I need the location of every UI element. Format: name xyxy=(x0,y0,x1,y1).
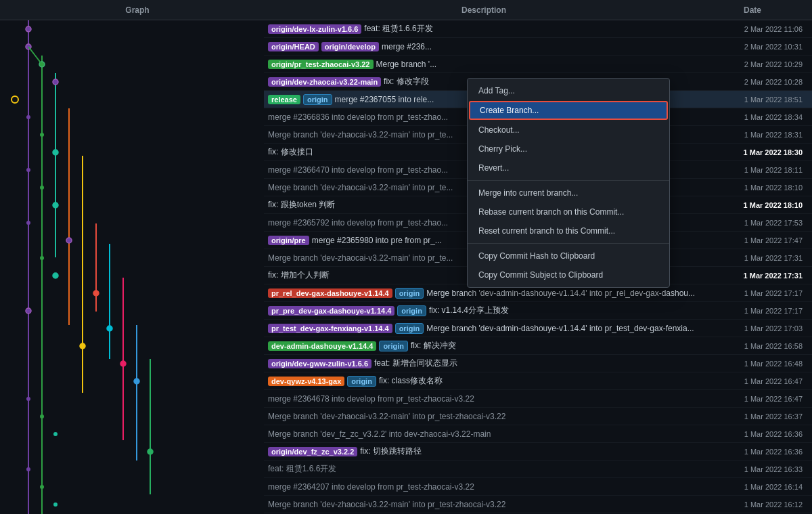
date-column-header: Date xyxy=(698,5,807,15)
description-column-header: Description xyxy=(269,5,698,15)
svg-point-28 xyxy=(80,343,85,349)
table-row[interactable]: origin/HEAD origin/develop merge #236...… xyxy=(264,38,812,56)
context-menu-item-cherry-pick[interactable]: Cherry Pick... xyxy=(468,140,669,158)
commit-description: dev-qywz-v4.13-gax origin fix: class修改名称 xyxy=(268,375,700,387)
branch-badge: pr_pre_dev-gax-dashouye-v1.14.4 xyxy=(268,306,394,316)
commit-date: 1 Mar 2022 17:31 xyxy=(700,254,808,262)
graph-svg xyxy=(0,20,264,514)
commit-description: origin/HEAD origin/develop merge #236... xyxy=(268,42,700,51)
commit-date: 1 Mar 2022 17:47 xyxy=(700,236,808,244)
table-row[interactable]: origin/pr_test-zhaocai-v3.22 Merge branc… xyxy=(264,56,812,73)
commit-date: 1 Mar 2022 18:11 xyxy=(700,166,808,174)
commit-description: merge #2364207 into develop from pr_test… xyxy=(268,482,700,492)
commit-date: 1 Mar 2022 17:17 xyxy=(700,307,808,315)
svg-point-13 xyxy=(53,79,58,85)
commit-description: pr_test_dev-gax-fenxiang-v1.14.4 origin … xyxy=(268,323,700,334)
context-menu-item-create-branch[interactable]: Create Branch... xyxy=(469,101,668,120)
context-menu-item-add-tag[interactable]: Add Tag... xyxy=(468,81,669,100)
table-row[interactable]: pr_pre_dev-gax-dashouye-v1.14.4 origin f… xyxy=(264,302,812,320)
table-row[interactable]: Merge branch 'dev_fz_zc_v3.2.2' into dev… xyxy=(264,425,812,443)
svg-point-19 xyxy=(40,186,44,190)
commit-date: 2 Mar 2022 10:31 xyxy=(700,43,808,51)
graph-column-header: Graph xyxy=(5,5,269,15)
commit-description: Merge branch 'dev_fz_zc_v3.2.2' into dev… xyxy=(268,429,700,439)
svg-point-16 xyxy=(40,133,44,137)
context-menu: Add Tag... Create Branch... Checkout... … xyxy=(467,78,670,288)
commit-date: 1 Mar 2022 18:10 xyxy=(700,184,808,192)
svg-point-32 xyxy=(40,414,44,419)
commit-date: 1 Mar 2022 16:12 xyxy=(700,500,808,509)
table-row[interactable]: Merge branch 'dev-zhaocai-v3.22-main' in… xyxy=(264,496,812,513)
commit-date: 1 Mar 2022 17:17 xyxy=(700,289,808,297)
table-row[interactable]: Merge branch 'dev-zhaocai-v3.22-main' in… xyxy=(264,408,812,425)
commit-description: origin/dev-gww-zulin-v1.6.6 feat: 新增合同状态… xyxy=(268,358,700,369)
context-menu-item-copy-hash[interactable]: Copy Commit Hash to Clipboard xyxy=(468,247,669,265)
context-menu-item-checkout[interactable]: Checkout... xyxy=(468,121,669,140)
context-menu-item-merge-into[interactable]: Merge into current branch... xyxy=(468,184,669,202)
branch-badge: dev-qywz-v4.13-gax xyxy=(268,377,344,386)
table-row[interactable]: origin/dev-lx-zulin-v1.6.6 feat: 租赁1.6.6… xyxy=(264,20,812,38)
commit-date: 1 Mar 2022 17:31 xyxy=(700,272,808,280)
context-menu-item-revert[interactable]: Revert... xyxy=(468,158,669,177)
context-menu-item-reset[interactable]: Reset current branch to this Commit... xyxy=(468,221,669,240)
table-header: Graph Description Date xyxy=(0,0,812,20)
svg-point-17 xyxy=(53,150,58,155)
branch-badge: origin/dev-gww-zulin-v1.6.6 xyxy=(268,359,371,368)
commit-date: 1 Mar 2022 16:36 xyxy=(700,430,808,438)
commit-date: 2 Mar 2022 10:29 xyxy=(700,60,808,68)
branch-badge-origin: origin xyxy=(303,94,332,105)
table-row[interactable]: origin/dev-gww-zulin-v1.6.6 feat: 新增合同状态… xyxy=(264,355,812,372)
table-row[interactable]: feat: 租赁1.6.6开发 1 Mar 2022 16:33 xyxy=(264,461,812,478)
commit-date: 1 Mar 2022 18:30 xyxy=(700,148,808,156)
branch-badge: pr_test_dev-gax-fenxiang-v1.14.4 xyxy=(268,324,392,333)
branch-badge: pr_rel_dev-gax-dashouye-v1.14.4 xyxy=(268,288,392,298)
branch-badge: origin/pre xyxy=(268,236,309,245)
svg-point-15 xyxy=(26,115,30,119)
commit-description: pr_rel_dev-gax-dashouye-v1.14.4 origin M… xyxy=(268,288,700,299)
commit-date: 1 Mar 2022 16:33 xyxy=(700,465,808,473)
table-row[interactable]: pr_test_dev-gax-fenxiang-v1.14.4 origin … xyxy=(264,320,812,337)
commit-date: 1 Mar 2022 17:53 xyxy=(700,219,808,227)
commit-date: 1 Mar 2022 16:36 xyxy=(700,448,808,456)
graph-area xyxy=(0,20,264,514)
table-row[interactable]: merge #2364678 into develop from pr_test… xyxy=(264,390,812,408)
svg-point-27 xyxy=(107,326,112,331)
commit-date: 2 Mar 2022 10:28 xyxy=(700,78,808,86)
svg-point-10 xyxy=(26,26,31,32)
table-row[interactable]: dev-qywz-v4.13-gax origin fix: class修改名称… xyxy=(264,372,812,390)
commit-date: 1 Mar 2022 18:51 xyxy=(700,95,808,104)
commit-description: merge #2364678 into develop from pr_test… xyxy=(268,394,700,404)
commit-description: Merge branch 'dev-zhaocai-v3.22-main' in… xyxy=(268,500,700,509)
svg-point-24 xyxy=(53,273,58,278)
svg-point-34 xyxy=(148,449,153,454)
branch-badge: origin/dev-lx-zulin-v1.6.6 xyxy=(268,24,361,34)
svg-point-26 xyxy=(26,308,31,314)
commit-date: 2 Mar 2022 11:06 xyxy=(700,25,808,33)
svg-point-20 xyxy=(53,202,58,208)
svg-point-25 xyxy=(93,291,99,296)
svg-point-36 xyxy=(40,485,44,489)
commit-description: origin/dev_fz_zc_v3.2.2 fix: 切换跳转路径 xyxy=(268,446,700,457)
commit-description: dev-admin-dashouye-v1.14.4 origin fix: 解… xyxy=(268,340,700,351)
branch-badge-release: release xyxy=(268,95,300,104)
commit-description: pr_pre_dev-gax-dashouye-v1.14.4 origin f… xyxy=(268,305,700,316)
commit-date: 1 Mar 2022 16:48 xyxy=(700,360,808,368)
branch-badge: origin/HEAD xyxy=(268,42,319,51)
table-row[interactable]: origin/dev_fz_zc_v3.2.2 fix: 切换跳转路径 1 Ma… xyxy=(264,443,812,461)
table-row[interactable]: dev-admin-dashouye-v1.14.4 origin fix: 解… xyxy=(264,337,812,355)
svg-point-29 xyxy=(120,361,126,366)
main-content: origin/dev-lx-zulin-v1.6.6 feat: 租赁1.6.6… xyxy=(0,20,812,514)
branch-badge: dev-admin-dashouye-v1.14.4 xyxy=(268,341,376,351)
table-row[interactable]: merge #2364207 into develop from pr_test… xyxy=(264,478,812,496)
commit-date: 1 Mar 2022 16:47 xyxy=(700,377,808,385)
context-menu-item-copy-subject[interactable]: Copy Commit Subject to Clipboard xyxy=(468,265,669,284)
commit-description: Merge branch 'dev-zhaocai-v3.22-main' in… xyxy=(268,412,700,421)
app-container: Graph Description Date xyxy=(0,0,812,514)
branch-badge: origin/dev_fz_zc_v3.2.2 xyxy=(268,447,357,456)
svg-point-30 xyxy=(134,379,139,384)
svg-point-23 xyxy=(40,256,44,260)
branch-badge: origin/develop xyxy=(321,42,379,51)
context-menu-item-rebase[interactable]: Rebase current branch on this Commit... xyxy=(468,202,669,221)
commit-date: 1 Mar 2022 16:14 xyxy=(700,483,808,491)
branch-badge-origin: origin xyxy=(395,323,424,334)
